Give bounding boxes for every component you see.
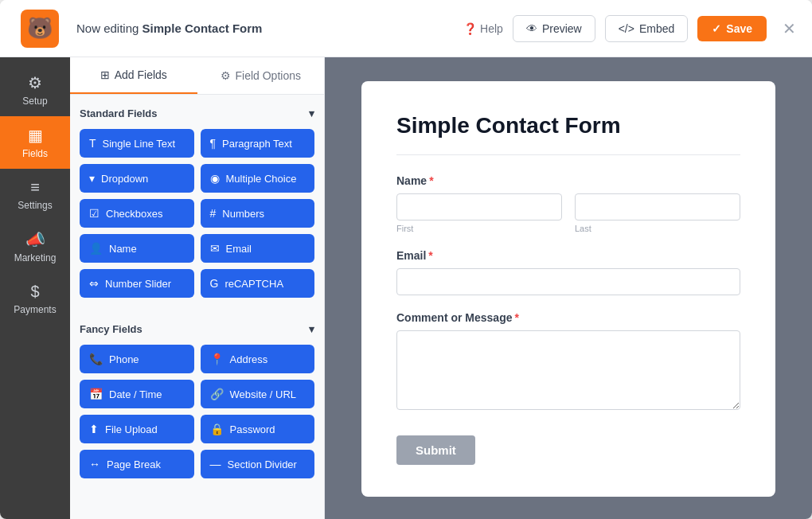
sidebar-item-marketing[interactable]: 📣 Marketing [0, 220, 70, 273]
file-upload-icon: ⬆ [89, 423, 99, 435]
numbers-label: Numbers [222, 208, 264, 220]
embed-button[interactable]: </> Embed [605, 15, 689, 42]
help-label: Help [480, 22, 503, 35]
sidebar-item-fields-label: Fields [22, 148, 48, 159]
tab-field-options[interactable]: ⚙ Field Options [197, 57, 325, 94]
email-input[interactable] [396, 268, 740, 295]
name-label-text: Name [396, 174, 427, 187]
check-icon: ✓ [712, 22, 721, 35]
field-options-label: Field Options [236, 69, 301, 82]
multiple-choice-icon: ◉ [210, 172, 220, 185]
embed-label: Embed [639, 22, 674, 35]
tab-add-fields[interactable]: ⊞ Add Fields [70, 57, 197, 94]
field-btn-paragraph-text[interactable]: ¶ Paragraph Text [201, 129, 315, 158]
field-btn-section-divider[interactable]: — Section Divider [201, 450, 315, 478]
submit-button[interactable]: Submit [396, 435, 475, 465]
field-btn-numbers[interactable]: # Numbers [201, 199, 315, 228]
checkboxes-icon: ☑ [89, 207, 100, 220]
code-icon: </> [619, 22, 634, 35]
field-btn-address[interactable]: 📍 Address [201, 345, 315, 373]
standard-fields-header: Standard Fields ▾ [80, 107, 314, 119]
form-divider [396, 154, 740, 155]
sidebar-item-setup[interactable]: ⚙ Setup [0, 64, 70, 116]
field-btn-website-url[interactable]: 🔗 Website / URL [201, 380, 315, 408]
sidebar-item-settings-label: Settings [18, 200, 52, 211]
form-card: Simple Contact Form Name * First [361, 81, 775, 497]
address-icon: 📍 [210, 353, 224, 365]
message-textarea[interactable] [396, 330, 740, 410]
sidebar-item-marketing-label: Marketing [14, 252, 57, 263]
logo-bear: 🐻 [21, 10, 59, 48]
add-fields-icon: ⊞ [100, 68, 110, 81]
field-btn-number-slider[interactable]: ⇔ Number Slider [80, 269, 194, 298]
last-sub-label: Last [575, 224, 740, 233]
setup-icon: ⚙ [28, 73, 42, 92]
dropdown-icon: ▾ [89, 172, 95, 185]
name-icon: 👤 [89, 242, 103, 255]
phone-icon: 📞 [89, 353, 103, 365]
save-button[interactable]: ✓ Save [697, 16, 767, 41]
fancy-fields-label: Fancy Fields [80, 323, 142, 335]
address-label: Address [230, 353, 268, 365]
field-btn-recaptcha[interactable]: G reCAPTCHA [201, 269, 315, 298]
name-row: First Last [396, 193, 740, 233]
field-btn-page-break[interactable]: ↔ Page Break [80, 450, 194, 478]
recaptcha-icon: G [210, 277, 219, 290]
preview-area: Simple Contact Form Name * First [325, 57, 812, 519]
email-field-label: Email * [396, 249, 740, 262]
sidebar-item-settings[interactable]: ≡ Settings [0, 169, 70, 220]
form-title: Simple Contact Form [396, 113, 740, 139]
email-label-text: Email [396, 249, 426, 262]
first-sub-label: First [396, 224, 562, 233]
number-slider-label: Number Slider [105, 278, 171, 290]
sidebar-item-payments-label: Payments [14, 304, 56, 315]
sidebar-item-setup-label: Setup [22, 96, 47, 107]
email-label: Email [226, 243, 252, 255]
dropdown-label: Dropdown [101, 173, 148, 185]
name-last-col: Last [575, 193, 740, 233]
field-btn-single-line-text[interactable]: T Single Line Text [80, 129, 194, 158]
preview-label: Preview [542, 22, 582, 35]
field-btn-multiple-choice[interactable]: ◉ Multiple Choice [201, 164, 315, 193]
fancy-fields-grid: 📞 Phone 📍 Address 📅 Date / Time 🔗 Websit… [80, 345, 314, 478]
fields-icon: ▦ [28, 126, 43, 145]
help-button[interactable]: ❓ Help [463, 22, 503, 35]
field-btn-phone[interactable]: 📞 Phone [80, 345, 194, 373]
single-line-text-icon: T [89, 137, 96, 150]
sidebar-item-payments[interactable]: $ Payments [0, 273, 70, 325]
name-first-col: First [396, 193, 562, 233]
preview-button[interactable]: 👁 Preview [513, 15, 595, 42]
sidebar: ⚙ Setup ▦ Fields ≡ Settings 📣 Marketing … [0, 57, 70, 519]
fancy-fields-section: Fancy Fields ▾ 📞 Phone 📍 Address 📅 Date … [70, 310, 324, 491]
message-required-star: * [514, 311, 518, 324]
add-fields-label: Add Fields [115, 68, 167, 81]
phone-label: Phone [109, 353, 139, 365]
checkboxes-label: Checkboxes [106, 208, 163, 220]
field-btn-password[interactable]: 🔒 Password [201, 415, 315, 443]
field-btn-name[interactable]: 👤 Name [80, 234, 194, 263]
file-upload-label: File Upload [105, 423, 158, 435]
name-field-label: Name * [396, 174, 740, 187]
email-required-star: * [428, 249, 432, 262]
fields-panel: ⊞ Add Fields ⚙ Field Options Standard Fi… [70, 57, 325, 519]
form-field-name: Name * First Last [396, 174, 740, 233]
website-url-icon: 🔗 [210, 388, 224, 400]
field-btn-date-time[interactable]: 📅 Date / Time [80, 380, 194, 408]
number-slider-icon: ⇔ [89, 277, 99, 290]
field-btn-file-upload[interactable]: ⬆ File Upload [80, 415, 194, 443]
date-time-label: Date / Time [109, 388, 162, 400]
single-line-text-label: Single Line Text [103, 138, 176, 150]
field-btn-email[interactable]: ✉ Email [201, 234, 315, 263]
editing-label: Now editing Simple Contact Form [76, 21, 463, 35]
paragraph-text-icon: ¶ [210, 137, 217, 150]
name-last-input[interactable] [575, 193, 740, 220]
field-options-icon: ⚙ [221, 69, 231, 82]
sidebar-item-fields[interactable]: ▦ Fields [0, 116, 70, 169]
name-first-input[interactable] [396, 193, 562, 220]
editing-prefix: Now editing [76, 21, 142, 35]
logo-area: 🐻 [16, 5, 64, 53]
field-btn-checkboxes[interactable]: ☑ Checkboxes [80, 199, 194, 228]
page-break-icon: ↔ [89, 458, 100, 470]
field-btn-dropdown[interactable]: ▾ Dropdown [80, 164, 194, 193]
close-button[interactable]: ✕ [783, 19, 796, 38]
